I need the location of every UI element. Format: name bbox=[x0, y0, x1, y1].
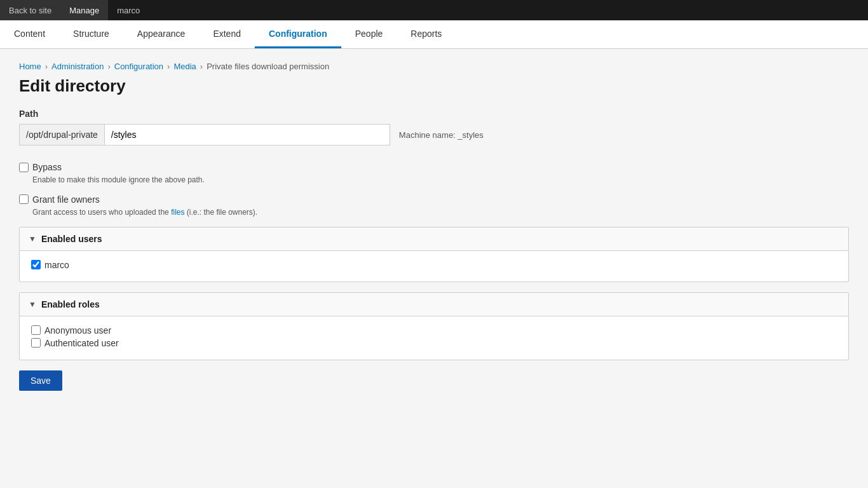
enabled-roles-body: Anonymous userAuthenticated user bbox=[20, 316, 848, 360]
role-label[interactable]: Authenticated user bbox=[31, 338, 837, 348]
role-checkbox[interactable] bbox=[31, 325, 41, 335]
grant-file-owners-checkbox[interactable] bbox=[19, 194, 29, 204]
breadcrumb-item[interactable]: Home bbox=[19, 62, 41, 71]
path-row: /opt/drupal-private Machine name: _style… bbox=[19, 124, 849, 146]
breadcrumb-sep: › bbox=[107, 62, 110, 71]
enabled-users-header[interactable]: ▼ Enabled users bbox=[20, 227, 848, 251]
user-name: marco bbox=[44, 260, 69, 270]
enabled-roles-header[interactable]: ▼ Enabled roles bbox=[20, 293, 848, 316]
breadcrumb: Home›Administration›Configuration›Media›… bbox=[19, 62, 849, 71]
nav-tab-configuration[interactable]: Configuration bbox=[255, 20, 341, 48]
grant-desc-before: Grant access to users who uploaded the bbox=[32, 208, 171, 217]
grant-file-owners-description: Grant access to users who uploaded the f… bbox=[32, 207, 849, 218]
path-section: Path /opt/drupal-private Machine name: _… bbox=[19, 109, 849, 152]
grant-file-owners-label[interactable]: Grant file owners bbox=[19, 194, 849, 205]
role-checkbox[interactable] bbox=[31, 338, 41, 348]
enabled-users-title: Enabled users bbox=[41, 234, 102, 244]
bypass-label[interactable]: Bypass bbox=[19, 162, 849, 172]
bypass-description: Enable to make this module ignore the ab… bbox=[32, 175, 849, 186]
path-input[interactable] bbox=[104, 124, 390, 146]
enabled-users-body: marco bbox=[20, 251, 848, 281]
breadcrumb-sep: › bbox=[200, 62, 203, 71]
save-button[interactable]: Save bbox=[19, 370, 62, 391]
chevron-icon: ▼ bbox=[29, 234, 36, 243]
nav-tab-appearance[interactable]: Appearance bbox=[123, 20, 200, 48]
nav-tab-people[interactable]: People bbox=[341, 20, 397, 48]
bypass-group: Bypass Enable to make this module ignore… bbox=[19, 162, 849, 186]
enabled-users-section: ▼ Enabled users marco bbox=[19, 227, 849, 282]
user-menu-item[interactable]: marco bbox=[108, 0, 149, 20]
grant-desc-after: (i.e.: the file owners). bbox=[184, 208, 257, 217]
user-checkbox[interactable] bbox=[31, 260, 41, 269]
nav-tab-extend[interactable]: Extend bbox=[199, 20, 255, 48]
grant-file-owners-group: Grant file owners Grant access to users … bbox=[19, 194, 849, 218]
files-link[interactable]: files bbox=[171, 208, 184, 217]
back-to-site-link[interactable]: Back to site bbox=[0, 0, 60, 20]
path-prefix: /opt/drupal-private bbox=[19, 124, 104, 146]
manage-menu-item[interactable]: Manage bbox=[60, 0, 108, 20]
breadcrumb-sep: › bbox=[45, 62, 48, 71]
path-label: Path bbox=[19, 109, 849, 119]
role-name: Authenticated user bbox=[44, 338, 119, 348]
nav-tab-structure[interactable]: Structure bbox=[59, 20, 123, 48]
user-label[interactable]: marco bbox=[31, 260, 837, 270]
machine-name: Machine name: _styles bbox=[399, 130, 484, 140]
enabled-roles-title: Enabled roles bbox=[41, 299, 100, 309]
grant-file-owners-text: Grant file owners bbox=[32, 194, 100, 205]
breadcrumb-item[interactable]: Configuration bbox=[114, 62, 163, 71]
nav-tab-reports[interactable]: Reports bbox=[397, 20, 456, 48]
bypass-text: Bypass bbox=[32, 162, 62, 172]
admin-toolbar: Back to site Manage marco bbox=[0, 0, 868, 20]
chevron-icon: ▼ bbox=[29, 300, 36, 309]
role-label[interactable]: Anonymous user bbox=[31, 325, 837, 336]
enabled-roles-section: ▼ Enabled roles Anonymous userAuthentica… bbox=[19, 292, 849, 360]
breadcrumb-item: Private files download permission bbox=[207, 62, 329, 71]
nav-tabs: ContentStructureAppearanceExtendConfigur… bbox=[0, 20, 868, 49]
role-name: Anonymous user bbox=[44, 325, 111, 336]
main-content: Home›Administration›Configuration›Media›… bbox=[0, 49, 868, 488]
breadcrumb-item[interactable]: Administration bbox=[51, 62, 104, 71]
nav-tab-content[interactable]: Content bbox=[0, 20, 59, 48]
page-title: Edit directory bbox=[19, 76, 849, 96]
breadcrumb-sep: › bbox=[167, 62, 170, 71]
breadcrumb-item[interactable]: Media bbox=[173, 62, 196, 71]
bypass-checkbox[interactable] bbox=[19, 163, 29, 172]
